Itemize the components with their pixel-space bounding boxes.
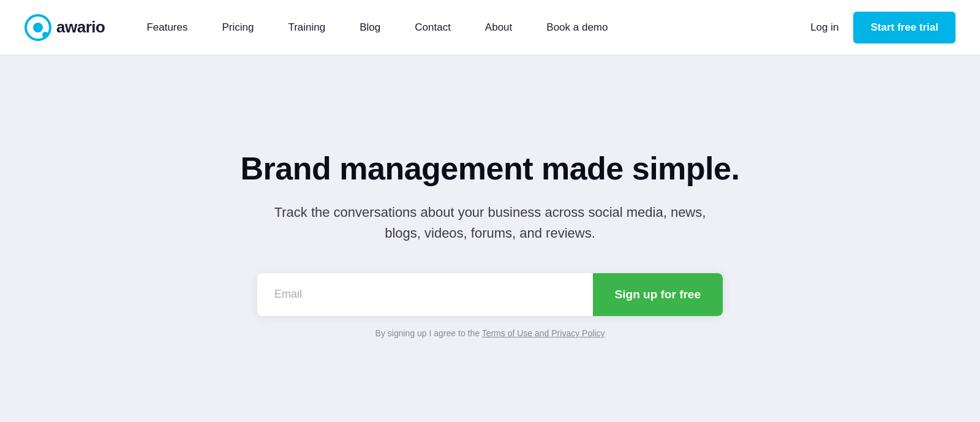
nav-contact[interactable]: Contact — [398, 21, 468, 34]
main-nav: Features Pricing Training Blog Contact A… — [129, 21, 810, 34]
hero-title: Brand management made simple. — [241, 151, 740, 187]
nav-blog[interactable]: Blog — [342, 21, 398, 34]
signup-button[interactable]: Sign up for free — [593, 273, 723, 316]
nav-features[interactable]: Features — [129, 21, 205, 34]
login-link[interactable]: Log in — [810, 21, 839, 34]
hero-section: Brand management made simple. Track the … — [0, 55, 980, 422]
logo-link[interactable]: awario — [24, 14, 105, 41]
svg-point-2 — [42, 32, 48, 38]
svg-point-1 — [33, 23, 43, 32]
nav-pricing[interactable]: Pricing — [205, 21, 271, 34]
email-input[interactable] — [257, 273, 593, 316]
terms-link[interactable]: Terms of Use and Privacy Policy — [482, 328, 605, 338]
nav-book-demo[interactable]: Book a demo — [529, 21, 625, 34]
start-trial-button[interactable]: Start free trial — [853, 12, 956, 43]
awario-logo-icon — [24, 14, 51, 41]
nav-training[interactable]: Training — [271, 21, 342, 34]
terms-text: By signing up I agree to the Terms of Us… — [375, 328, 605, 338]
nav-about[interactable]: About — [468, 21, 529, 34]
header-right: Log in Start free trial — [810, 12, 956, 43]
brand-name: awario — [56, 18, 105, 37]
signup-form: Sign up for free — [257, 273, 723, 316]
header: awario Features Pricing Training Blog Co… — [0, 0, 980, 55]
hero-subtitle: Track the conversations about your busin… — [263, 202, 717, 244]
